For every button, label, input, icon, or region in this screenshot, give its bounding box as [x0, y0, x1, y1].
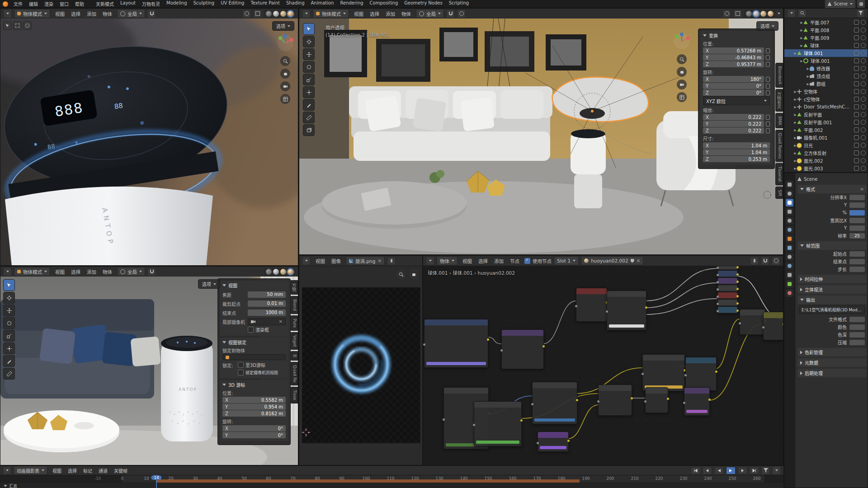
editor-type-icon[interactable] — [3, 267, 12, 276]
hide-render-toggle[interactable] — [861, 58, 866, 63]
annotate-tool[interactable] — [303, 99, 315, 111]
timeline-menu-item[interactable]: 视图 — [50, 467, 64, 474]
hide-render-toggle[interactable] — [861, 28, 866, 33]
property-field[interactable] — [849, 259, 865, 264]
output-tab-icon[interactable] — [786, 199, 793, 206]
workspace-tab[interactable]: Rendering — [338, 0, 366, 8]
viewport-main-scene[interactable]: 物体模式 视图选择添加物体 全局 — [299, 8, 783, 255]
timeline-menu-item[interactable]: 标记 — [80, 467, 95, 474]
topbar-menu-item[interactable]: 编辑 — [26, 0, 41, 8]
hide-viewport-toggle[interactable] — [854, 81, 859, 86]
hide-viewport-toggle[interactable] — [854, 74, 859, 79]
shader-node[interactable] — [642, 354, 685, 391]
particles-tab-icon[interactable] — [786, 253, 793, 261]
add-cube-tool[interactable] — [303, 124, 315, 136]
viewport-menu-item[interactable]: 物体 — [100, 10, 115, 18]
frame-range-section-header[interactable]: 帧范围 — [797, 241, 867, 250]
output-path-field[interactable]: E:\L1空气消毒机视频(3D Mode... — [799, 305, 865, 314]
shader-node[interactable] — [717, 292, 738, 299]
image-editor-menu-item[interactable]: 视图 — [313, 257, 328, 265]
hide-viewport-toggle[interactable] — [854, 58, 859, 63]
rotation-z-field[interactable]: Z0° — [703, 89, 764, 96]
filter-funnel-icon[interactable] — [856, 9, 865, 18]
zoom-icon[interactable] — [396, 269, 406, 279]
shader-node[interactable] — [474, 401, 522, 446]
outliner-row[interactable]: ▸ 顶点组 — [784, 72, 868, 80]
topbar-menu-item[interactable]: 帮助 — [72, 0, 87, 8]
editor-type-icon[interactable] — [302, 9, 311, 18]
measure-tool[interactable] — [303, 112, 315, 123]
outliner-row[interactable]: ▸ 反射平面.001 — [784, 118, 868, 126]
orientation-select[interactable]: 全局 — [117, 267, 145, 276]
move-tool[interactable] — [3, 305, 15, 316]
sidebar-tab[interactable]: BMA — [775, 113, 783, 128]
grid-ortho-icon[interactable] — [677, 92, 687, 102]
sidebar-tab[interactable]: B — [290, 351, 298, 360]
cursor-tool[interactable] — [3, 292, 15, 304]
camera-view-icon[interactable] — [280, 81, 290, 91]
snap-magnet-icon[interactable] — [147, 9, 156, 18]
shading-material-icon[interactable] — [760, 11, 766, 17]
render-tab-icon[interactable] — [786, 190, 793, 197]
editor-type-icon[interactable] — [302, 257, 311, 265]
metadata-section-header[interactable]: 元数据 — [797, 358, 867, 367]
editor-type-icon[interactable] — [3, 9, 12, 18]
shader-menu-item[interactable]: 视图 — [460, 257, 475, 265]
location-x-field[interactable]: X0.57268 m — [703, 47, 764, 54]
world-tab-icon[interactable] — [786, 226, 793, 234]
nav-gizmo[interactable] — [276, 34, 294, 53]
property-field[interactable] — [849, 218, 865, 223]
location-y-field[interactable]: Y-0.46843 m — [703, 54, 764, 61]
scale-y-field[interactable]: Y0.222 — [703, 121, 764, 127]
hide-render-toggle[interactable] — [861, 143, 866, 148]
render-region-checkbox[interactable] — [248, 327, 254, 333]
topbar-menu-item[interactable]: 窗口 — [57, 0, 71, 8]
color-management-section-header[interactable]: 色彩管理 — [797, 348, 867, 357]
shading-rendered-icon[interactable] — [288, 11, 293, 17]
expand-arrow-icon[interactable]: ▸ — [800, 35, 803, 40]
lock-icon[interactable] — [766, 48, 770, 53]
shader-node[interactable] — [740, 309, 765, 335]
hide-viewport-toggle[interactable] — [854, 158, 859, 163]
cursor-y-field[interactable]: Y0.954 m — [222, 404, 286, 410]
mode-select[interactable]: 物体模式 — [14, 267, 50, 276]
snap-magnet-icon[interactable] — [147, 267, 156, 276]
expand-arrow-icon[interactable]: ▸ — [793, 112, 797, 117]
sidebar-tab[interactable]: Tisselat — [775, 163, 783, 185]
image-datablock-selector[interactable]: 旋涡.png ✕ — [346, 256, 385, 265]
workspace-tab[interactable]: 天新模式 — [93, 0, 117, 8]
viewport-menu-item[interactable]: 选择 — [68, 10, 83, 18]
shader-node[interactable] — [717, 277, 738, 285]
cursor-z-field[interactable]: Z0.8162 m — [222, 410, 286, 417]
viewport-options-button[interactable]: 选项 — [198, 279, 220, 289]
expand-arrow-icon[interactable]: ▸ — [806, 81, 810, 86]
material-selector[interactable]: huoyuan02.002 ✕ — [581, 256, 643, 265]
pin-icon[interactable] — [387, 257, 396, 265]
hide-viewport-toggle[interactable] — [854, 51, 859, 56]
viewport-menu-item[interactable]: 添加 — [383, 10, 398, 18]
viewport-menu-item[interactable]: 视图 — [351, 10, 366, 18]
local-camera-field[interactable]: ✕ — [248, 318, 286, 325]
workspace-tab[interactable]: UV Editing — [218, 0, 247, 8]
shader-node[interactable] — [717, 285, 738, 292]
lock-icon[interactable] — [766, 122, 770, 127]
next-keyframe-button[interactable] — [738, 467, 747, 474]
cursor-section-header[interactable]: 3D 游标 — [222, 381, 286, 388]
hide-viewport-toggle[interactable] — [854, 127, 859, 132]
jump-to-end-button[interactable] — [750, 467, 759, 474]
workspace-tab[interactable]: Compositing — [367, 0, 401, 8]
timeline-menu-item[interactable]: 关键帧 — [111, 467, 130, 474]
workspace-tab[interactable]: Geometry Nodes — [401, 0, 445, 8]
lock-icon[interactable] — [766, 55, 770, 60]
hide-render-toggle[interactable] — [861, 158, 866, 163]
lock-icon[interactable] — [766, 128, 770, 133]
modifiers-tab-icon[interactable] — [786, 244, 793, 252]
rotation-mode-select[interactable]: XYZ 欧拉 — [703, 96, 770, 105]
workspace-tab[interactable]: Scripting — [446, 0, 472, 8]
workspace-tab[interactable]: Shading — [283, 0, 307, 8]
shading-wireframe-icon[interactable] — [266, 11, 272, 17]
hide-viewport-toggle[interactable] — [854, 66, 859, 71]
cursor-rx-field[interactable]: X0° — [222, 425, 286, 432]
view-toggle-icon[interactable] — [13, 21, 22, 30]
snap-magnet-icon[interactable] — [761, 257, 769, 265]
